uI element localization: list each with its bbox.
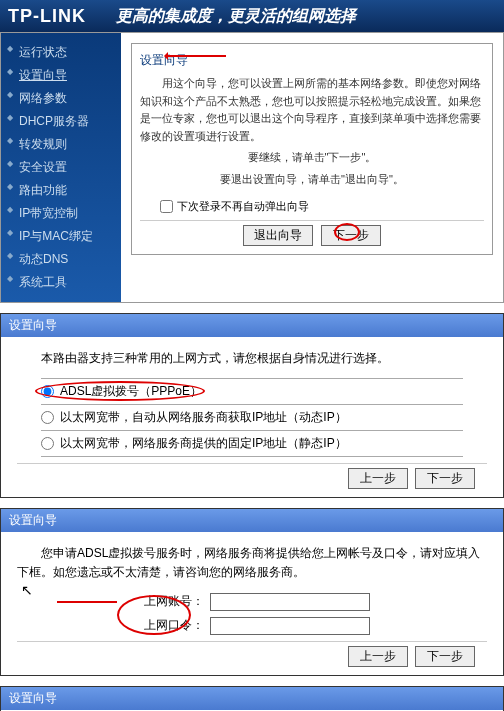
next-button-3[interactable]: 下一步 — [415, 646, 475, 667]
radio-pppoe-row: ADSL虚拟拨号（PPPoE） — [41, 383, 487, 400]
content-area: 设置向导 用这个向导，您可以设置上网所需的基本网络参数。即使您对网络知识和这个产… — [121, 33, 503, 302]
wizard2-header: 设置向导 — [1, 314, 503, 337]
exit-wizard-button[interactable]: 退出向导 — [243, 225, 313, 246]
auto-popup-label: 下次登录不再自动弹出向导 — [177, 199, 309, 214]
logo: TP-LINK — [8, 6, 86, 27]
account-row: 上网账号： — [17, 593, 487, 611]
divider — [41, 430, 463, 431]
password-input[interactable] — [210, 617, 370, 635]
annotation-circle-3 — [117, 595, 191, 635]
sidebar-item-status[interactable]: 运行状态 — [1, 41, 121, 64]
sidebar-item-system[interactable]: 系统工具 — [1, 271, 121, 294]
wizard2-body: 本路由器支持三种常用的上网方式，请您根据自身情况进行选择。 ADSL虚拟拨号（P… — [1, 337, 503, 497]
sidebar-item-bandwidth[interactable]: IP带宽控制 — [1, 202, 121, 225]
wizard2-intro: 本路由器支持三种常用的上网方式，请您根据自身情况进行选择。 — [17, 349, 487, 368]
wizard3-body: 您申请ADSL虚拟拨号服务时，网络服务商将提供给您上网帐号及口令，请对应填入下框… — [1, 532, 503, 674]
wizard-continue-text: 要继续，请单击"下一步"。 — [140, 149, 484, 167]
wizard1-buttons: 退出向导 下一步 — [140, 220, 484, 246]
radio-static-ip[interactable] — [41, 437, 54, 450]
main-top-section: 运行状态 设置向导 网络参数 DHCP服务器 转发规则 安全设置 路由功能 IP… — [0, 32, 504, 303]
sidebar-item-security[interactable]: 安全设置 — [1, 156, 121, 179]
annotation-arrow-2 — [57, 601, 117, 603]
wizard-step4-panel: 设置向导 ↖ 恭喜您！您已经顺利完成上网所需的基本网络参数的设置，现在您已经能够… — [0, 686, 504, 711]
wizard4-header: 设置向导 — [1, 687, 503, 710]
radio-dynamic-row: 以太网宽带，自动从网络服务商获取IP地址（动态IP） — [41, 409, 487, 426]
annotation-arrow — [166, 55, 226, 57]
radio-static-row: 以太网宽带，网络服务商提供的固定IP地址（静态IP） — [41, 435, 487, 452]
wizard3-header: 设置向导 — [1, 509, 503, 532]
radio-dynamic-ip[interactable] — [41, 411, 54, 424]
sidebar-item-forward[interactable]: 转发规则 — [1, 133, 121, 156]
sidebar: 运行状态 设置向导 网络参数 DHCP服务器 转发规则 安全设置 路由功能 IP… — [1, 33, 121, 302]
sidebar-item-dhcp[interactable]: DHCP服务器 — [1, 110, 121, 133]
auto-popup-checkbox[interactable] — [160, 200, 173, 213]
wizard2-buttons: 上一步 下一步 — [17, 463, 487, 489]
radio-dynamic-label: 以太网宽带，自动从网络服务商获取IP地址（动态IP） — [60, 409, 347, 426]
password-row: 上网口令： — [17, 617, 487, 635]
wizard-intro-box: 设置向导 用这个向导，您可以设置上网所需的基本网络参数。即使您对网络知识和这个产… — [131, 43, 493, 255]
wizard-intro-text: 用这个向导，您可以设置上网所需的基本网络参数。即使您对网络知识和这个产品不太熟悉… — [140, 75, 484, 145]
app-header: TP-LINK 更高的集成度，更灵活的组网选择 — [0, 0, 504, 32]
sidebar-item-network[interactable]: 网络参数 — [1, 87, 121, 110]
divider — [41, 404, 463, 405]
account-input[interactable] — [210, 593, 370, 611]
wizard3-buttons: 上一步 下一步 — [17, 641, 487, 667]
slogan: 更高的集成度，更灵活的组网选择 — [116, 6, 356, 27]
prev-button-2[interactable]: 上一步 — [348, 468, 408, 489]
wizard-step3-panel: 设置向导 您申请ADSL虚拟拨号服务时，网络服务商将提供给您上网帐号及口令，请对… — [0, 508, 504, 675]
wizard-step2-panel: 设置向导 本路由器支持三种常用的上网方式，请您根据自身情况进行选择。 ADSL虚… — [0, 313, 504, 498]
wizard-exit-text: 要退出设置向导，请单击"退出向导"。 — [140, 171, 484, 189]
radio-static-label: 以太网宽带，网络服务商提供的固定IP地址（静态IP） — [60, 435, 347, 452]
sidebar-item-wizard[interactable]: 设置向导 — [1, 64, 121, 87]
annotation-circle-1 — [334, 223, 360, 241]
sidebar-item-ddns[interactable]: 动态DNS — [1, 248, 121, 271]
auto-popup-checkbox-row: 下次登录不再自动弹出向导 — [160, 199, 484, 214]
divider — [41, 456, 463, 457]
prev-button-3[interactable]: 上一步 — [348, 646, 408, 667]
wizard3-intro: 您申请ADSL虚拟拨号服务时，网络服务商将提供给您上网帐号及口令，请对应填入下框… — [17, 544, 487, 582]
sidebar-item-routing[interactable]: 路由功能 — [1, 179, 121, 202]
next-button-2[interactable]: 下一步 — [415, 468, 475, 489]
sidebar-item-ipmac[interactable]: IP与MAC绑定 — [1, 225, 121, 248]
divider — [41, 378, 463, 379]
